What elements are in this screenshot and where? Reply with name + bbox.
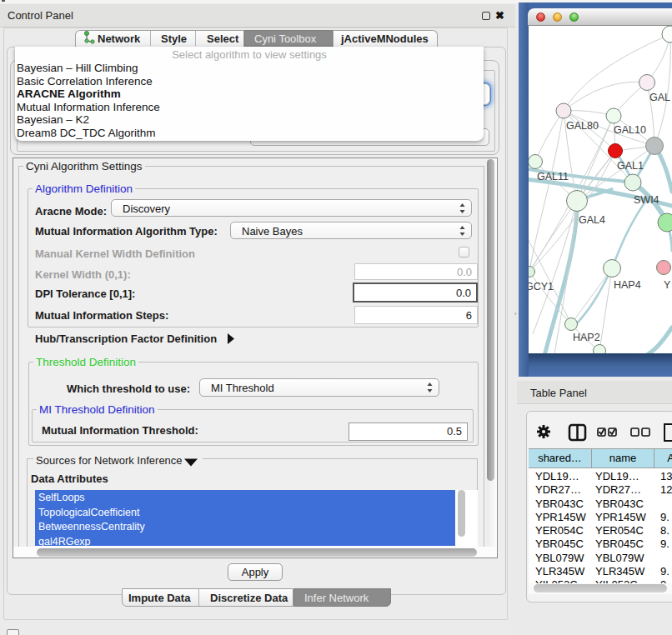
svg-text:SWI4: SWI4 (634, 194, 659, 206)
svg-text:Y: Y (664, 279, 671, 291)
svg-text:GCY1: GCY1 (529, 281, 554, 292)
svg-text:GAL80: GAL80 (566, 120, 599, 132)
svg-text:HAP4: HAP4 (614, 279, 641, 291)
svg-text:GAL: GAL (649, 92, 670, 103)
svg-text:GAL4: GAL4 (579, 214, 605, 226)
svg-text:GAL11: GAL11 (537, 171, 569, 182)
svg-text:GAL1: GAL1 (617, 160, 644, 172)
svg-text:GAL10: GAL10 (614, 124, 646, 136)
svg-text:HAP2: HAP2 (573, 332, 600, 343)
